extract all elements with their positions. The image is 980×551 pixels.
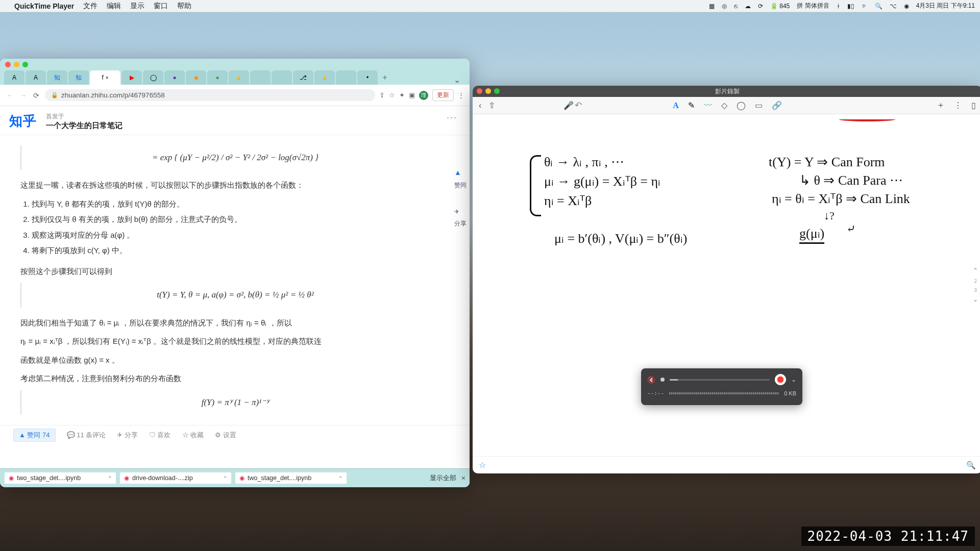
tab-1[interactable]: A — [4, 70, 24, 85]
forward-button[interactable]: → — [18, 91, 28, 99]
bluetooth-icon[interactable]: ᚼ — [837, 3, 840, 10]
download-item-1[interactable]: ◉ two_stage_det....ipynb ⌃ — [4, 472, 116, 484]
notes-close-button[interactable] — [477, 88, 482, 94]
menubar-icon-2[interactable]: ◎ — [722, 3, 727, 10]
extensions-icon[interactable]: ✦ — [399, 91, 405, 99]
tab-9[interactable]: ◆ — [186, 70, 206, 85]
download-menu-icon[interactable]: ⌃ — [108, 475, 112, 481]
app-name[interactable]: QuickTime Player — [14, 2, 74, 10]
comments-button[interactable]: 💬 11 条评论 — [67, 431, 106, 440]
tab-4[interactable]: 知 — [68, 70, 89, 85]
export-icon[interactable]: ⇧ — [488, 101, 495, 110]
battery-icon[interactable]: ▮▯ — [847, 3, 854, 10]
eraser-tool-icon[interactable]: ◇ — [721, 101, 727, 110]
tab-6[interactable]: ▶ — [121, 70, 142, 85]
tab-8[interactable]: ● — [164, 70, 185, 85]
new-tab-button[interactable]: + — [379, 70, 391, 85]
window-zoom-button[interactable] — [22, 62, 28, 67]
upvote-button[interactable]: ▲ 赞同 74 — [13, 429, 56, 442]
reload-button[interactable]: ⟳ — [32, 91, 41, 99]
highlighter-tool-icon[interactable]: 〰 — [704, 101, 712, 110]
tab-13[interactable] — [272, 70, 292, 85]
wechat-icon[interactable]: ☁ — [745, 3, 751, 10]
more-icon[interactable]: ⋮ — [954, 101, 962, 110]
siri-icon[interactable]: ◉ — [904, 3, 909, 10]
add-icon[interactable]: ＋ — [937, 100, 945, 111]
page-num-2[interactable]: 2 — [974, 278, 977, 284]
like-button[interactable]: ♡ 喜欢 — [149, 431, 171, 440]
chrome-menu-button[interactable]: ⋮ — [458, 91, 464, 99]
wifi-icon[interactable]: ᯤ — [862, 3, 868, 10]
bookmark-star-icon[interactable]: ☆ — [389, 91, 395, 99]
menubar-icon-1[interactable]: ▦ — [709, 3, 715, 10]
share-icon[interactable]: ⇪ — [379, 91, 385, 99]
tabs-overflow-button[interactable]: ⌄ — [454, 75, 465, 85]
reader-icon[interactable]: ▣ — [409, 91, 415, 99]
tab-17[interactable]: • — [357, 70, 378, 85]
text-tool-icon[interactable]: A — [673, 101, 679, 110]
tab-16[interactable] — [336, 70, 356, 85]
search-icon[interactable]: 🔍 — [966, 461, 976, 470]
mic-icon[interactable]: 🎤 — [564, 101, 574, 110]
share-button[interactable]: ✈ 分享 — [117, 431, 138, 440]
quicktime-record-bar[interactable]: 🔇 ⌄ --:-- 0 KB — [641, 368, 802, 405]
zhihu-logo[interactable]: 知乎 — [9, 112, 37, 130]
side-share-icon[interactable]: ✈ — [454, 206, 467, 218]
favorite-button[interactable]: ☆ 收藏 — [182, 431, 204, 440]
record-options-icon[interactable]: ⌄ — [791, 376, 796, 383]
downloads-show-all[interactable]: 显示全部 — [430, 474, 456, 483]
article-more-button[interactable]: ··· — [447, 112, 460, 123]
menu-edit[interactable]: 编辑 — [107, 2, 121, 11]
volume-slider[interactable] — [670, 379, 770, 381]
profile-avatar[interactable]: 理 — [419, 91, 428, 100]
tab-7[interactable]: ◯ — [143, 70, 163, 85]
tab-10[interactable]: ● — [207, 70, 228, 85]
tab-14[interactable]: ⎇ — [293, 70, 313, 85]
shape-tool-icon[interactable]: ▭ — [755, 101, 763, 110]
download-menu-icon[interactable]: ⌃ — [338, 475, 342, 481]
download-menu-icon[interactable]: ⌃ — [223, 475, 227, 481]
notes-zoom-button[interactable] — [494, 88, 500, 94]
menu-view[interactable]: 显示 — [130, 2, 144, 11]
tab-11[interactable]: ▲ — [229, 70, 249, 85]
pen-tool-icon[interactable]: ✎ — [688, 101, 695, 110]
menu-window[interactable]: 窗口 — [154, 2, 168, 11]
menu-help[interactable]: 帮助 — [177, 2, 191, 11]
side-upvote-icon[interactable]: ▲ — [454, 166, 467, 180]
window-minimize-button[interactable] — [14, 62, 19, 67]
menubar-icon-3[interactable]: ⎋ — [734, 3, 738, 10]
tab-active[interactable]: f× — [90, 70, 120, 85]
volume-knob[interactable] — [660, 378, 665, 382]
control-center-icon[interactable]: ⌥ — [890, 3, 897, 10]
tab-15[interactable]: ▲ — [314, 70, 335, 85]
update-button[interactable]: 更新 — [432, 89, 454, 101]
notes-minimize-button[interactable] — [485, 88, 491, 94]
downloads-close-button[interactable]: × — [461, 474, 465, 482]
ime-indicator[interactable]: 拼 简体拼音 — [797, 2, 829, 10]
undo-icon[interactable]: ↶ — [575, 100, 582, 111]
address-bar[interactable]: 🔒 zhuanlan.zhihu.com/p/467976558 — [45, 89, 375, 101]
spotlight-icon[interactable]: 🔍 — [875, 3, 883, 10]
menubar-icon-4[interactable]: ⟳ — [758, 3, 763, 10]
battery-count[interactable]: 🔋 845 — [770, 3, 790, 10]
settings-button[interactable]: ⚙ 设置 — [215, 431, 236, 440]
tab-12[interactable] — [250, 70, 271, 85]
lasso-tool-icon[interactable]: ◯ — [737, 101, 746, 110]
download-item-3[interactable]: ◉ two_stage_det....ipynb ⌃ — [235, 472, 347, 484]
window-close-button[interactable] — [5, 62, 11, 67]
page-view-icon[interactable]: ▯ — [971, 101, 976, 110]
link-tool-icon[interactable]: 🔗 — [772, 101, 782, 110]
menu-file[interactable]: 文件 — [83, 2, 97, 11]
bookmark-icon[interactable]: ☆ — [479, 460, 486, 470]
clock[interactable]: 4月3日 周日 下午9:11 — [916, 2, 975, 10]
back-icon[interactable]: ‹ — [479, 101, 481, 110]
mute-icon[interactable]: 🔇 — [647, 376, 655, 384]
download-item-2[interactable]: ◉ drive-download-....zip ⌃ — [119, 472, 232, 484]
page-down-icon[interactable]: ⌄ — [973, 296, 978, 304]
page-up-icon[interactable]: ⌃ — [973, 267, 978, 274]
record-button[interactable] — [775, 374, 786, 385]
tab-2[interactable]: A — [26, 70, 46, 85]
tab-close-icon[interactable]: × — [106, 75, 109, 81]
back-button[interactable]: ← — [5, 91, 14, 99]
page-num-3[interactable]: 3 — [974, 287, 977, 293]
